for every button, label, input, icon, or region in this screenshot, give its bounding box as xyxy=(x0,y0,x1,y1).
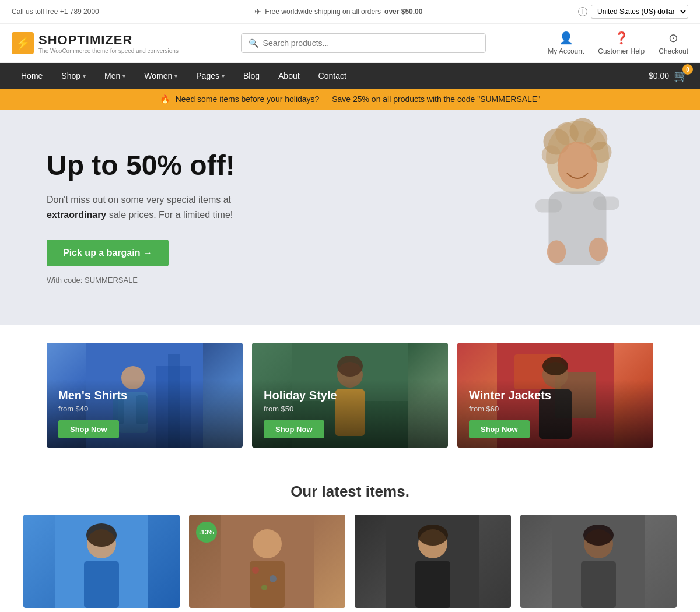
product-card-2[interactable]: -13% xyxy=(189,515,345,608)
category-winter-jackets[interactable]: Winter Jackets from $60 Shop Now xyxy=(457,343,653,448)
chevron-down-icon: ▾ xyxy=(83,73,86,79)
product-image-4 xyxy=(552,515,645,608)
cart-widget[interactable]: $0.00 🛒 0 xyxy=(649,69,688,83)
category-winter-button[interactable]: Shop Now xyxy=(469,420,530,438)
header-actions: 👤 My Account ❓ Customer Help ⊙ Checkout xyxy=(548,31,688,55)
nav-blog[interactable]: Blog xyxy=(234,63,269,89)
checkout-link[interactable]: ⊙ Checkout xyxy=(659,31,688,55)
nav-links: Home Shop ▾ Men ▾ Women ▾ Pages ▾ Blog A… xyxy=(12,63,356,89)
svg-point-35 xyxy=(86,523,117,547)
category-winter-title: Winter Jackets xyxy=(469,389,642,402)
logo-icon: ⚡ xyxy=(12,32,34,54)
nav-pages[interactable]: Pages ▾ xyxy=(187,63,234,89)
svg-rect-44 xyxy=(415,561,450,608)
svg-point-31 xyxy=(542,357,568,375)
account-label: My Account xyxy=(548,47,584,55)
nav-contact[interactable]: Contact xyxy=(309,63,356,89)
nav-women[interactable]: Women ▾ xyxy=(135,63,187,89)
category-cards: Men's Shirts from $40 Shop Now Holiday S… xyxy=(0,325,700,465)
hero-image xyxy=(455,110,700,325)
discount-badge-2: -13% xyxy=(196,522,217,543)
main-nav: Home Shop ▾ Men ▾ Women ▾ Pages ▾ Blog A… xyxy=(0,63,700,89)
category-holiday-style[interactable]: Holiday Style from $50 Shop Now xyxy=(252,343,448,448)
currency-selector[interactable]: United States (US) dollar xyxy=(591,5,688,19)
hero-person-svg xyxy=(502,115,653,325)
my-account-link[interactable]: 👤 My Account xyxy=(548,31,584,55)
product-bg-4 xyxy=(520,515,677,608)
hero-content: Up to 50% off! Don't miss out on some ve… xyxy=(0,110,455,325)
svg-point-7 xyxy=(558,142,597,189)
latest-items-section: Our latest items. xyxy=(0,465,700,612)
promo-banner: 🔥 Need some items before your holidays? … xyxy=(0,89,700,110)
checkout-icon: ⊙ xyxy=(668,31,678,45)
phone-text: Call us toll free +1 789 2000 xyxy=(12,8,99,16)
shipping-text: Free worldwide shipping on all orders xyxy=(265,8,381,16)
customer-help-link[interactable]: ❓ Customer Help xyxy=(598,31,645,55)
fire-icon: 🔥 xyxy=(160,94,170,104)
svg-point-39 xyxy=(252,567,259,574)
hero-subtitle-bold: extraordinary xyxy=(47,210,106,220)
chevron-down-icon: ▾ xyxy=(222,73,225,79)
category-winter-price: from $60 xyxy=(469,405,642,413)
banner-text: Need some items before your holidays? — … xyxy=(176,94,540,104)
nav-men[interactable]: Men ▾ xyxy=(95,63,135,89)
info-icon[interactable]: i xyxy=(578,7,587,16)
svg-rect-48 xyxy=(581,561,616,608)
svg-rect-12 xyxy=(593,197,620,210)
product-image-1 xyxy=(55,515,148,608)
nav-about[interactable]: About xyxy=(269,63,309,89)
hero-subtitle-2: sale prices. For a limited time! xyxy=(109,210,233,220)
cart-total: $0.00 xyxy=(649,71,669,80)
header: ⚡ SHOPTIMIZER The WooCommerce theme for … xyxy=(0,24,700,63)
logo-name: SHOPTIMIZER xyxy=(38,33,178,48)
category-holiday-overlay: Holiday Style from $50 Shop Now xyxy=(252,379,448,448)
svg-rect-34 xyxy=(84,561,119,608)
hero-cta-button[interactable]: Pick up a bargain → xyxy=(47,240,169,266)
account-icon: 👤 xyxy=(559,31,573,45)
svg-point-24 xyxy=(337,356,363,377)
logo-tagline: The WooCommerce theme for speed and conv… xyxy=(38,48,178,54)
plane-icon: ✈ xyxy=(254,7,261,16)
category-holiday-price: from $50 xyxy=(264,405,436,413)
hero-promo-code: With code: SUMMERSALE xyxy=(47,276,420,284)
nav-home[interactable]: Home xyxy=(12,63,52,89)
category-mens-shirts[interactable]: Men's Shirts from $40 Shop Now xyxy=(47,343,243,448)
latest-items-title: Our latest items. xyxy=(23,483,677,501)
category-holiday-button[interactable]: Shop Now xyxy=(264,420,324,438)
category-mens-overlay: Men's Shirts from $40 Shop Now xyxy=(47,379,243,448)
product-card-4[interactable] xyxy=(520,515,677,608)
product-bg-1 xyxy=(23,515,180,608)
logo-link[interactable]: ⚡ SHOPTIMIZER The WooCommerce theme for … xyxy=(12,32,178,54)
category-winter-overlay: Winter Jackets from $60 Shop Now xyxy=(457,379,653,448)
category-mens-price: from $40 xyxy=(58,405,231,413)
top-bar: Call us toll free +1 789 2000 ✈ Free wor… xyxy=(0,0,700,24)
svg-point-40 xyxy=(270,575,276,582)
chevron-down-icon: ▾ xyxy=(174,73,177,79)
logo-text-group: SHOPTIMIZER The WooCommerce theme for sp… xyxy=(38,33,178,54)
search-icon: 🔍 xyxy=(249,38,258,48)
hero-cta-label: Pick up a bargain → xyxy=(63,248,152,258)
product-image-2 xyxy=(220,515,314,608)
cart-badge: 0 xyxy=(682,64,693,75)
products-grid: -13% xyxy=(23,515,677,608)
product-image-3 xyxy=(386,515,480,608)
product-card-1[interactable] xyxy=(23,515,180,608)
help-label: Customer Help xyxy=(598,47,645,55)
shipping-notice: ✈ Free worldwide shipping on all orders … xyxy=(254,7,422,16)
category-mens-button[interactable]: Shop Now xyxy=(58,420,119,438)
nav-shop[interactable]: Shop ▾ xyxy=(52,63,95,89)
hero-subtitle-1: Don't miss out on some very special item… xyxy=(47,195,231,205)
svg-point-9 xyxy=(547,240,566,263)
search-bar[interactable]: 🔍 xyxy=(241,33,486,53)
svg-rect-11 xyxy=(536,199,562,213)
svg-point-37 xyxy=(253,529,282,558)
product-card-3[interactable] xyxy=(355,515,511,608)
chevron-down-icon: ▾ xyxy=(123,73,125,79)
search-input[interactable] xyxy=(263,38,478,48)
hero-subtitle: Don't miss out on some very special item… xyxy=(47,192,245,222)
top-bar-right: i United States (US) dollar xyxy=(578,5,688,19)
hero-section: Up to 50% off! Don't miss out on some ve… xyxy=(0,110,700,325)
cart-icon-wrap: 🛒 0 xyxy=(674,69,688,83)
svg-point-10 xyxy=(589,238,608,261)
svg-point-49 xyxy=(583,525,614,546)
